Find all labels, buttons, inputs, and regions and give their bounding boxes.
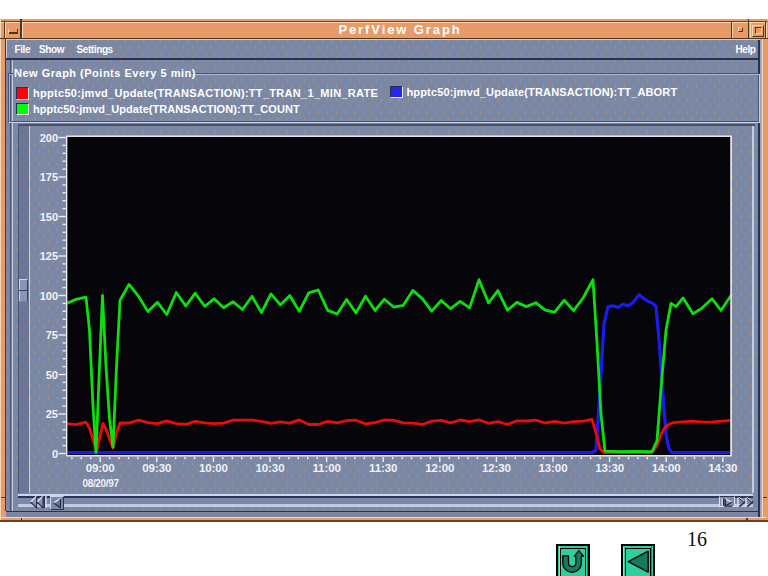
svg-text:100: 100 bbox=[40, 290, 58, 302]
svg-text:25: 25 bbox=[46, 408, 58, 420]
svg-text:11:30: 11:30 bbox=[369, 462, 397, 474]
svg-text:11:00: 11:00 bbox=[312, 462, 340, 474]
svg-text:09:30: 09:30 bbox=[142, 462, 171, 474]
svg-text:150: 150 bbox=[40, 211, 58, 223]
svg-text:12:00: 12:00 bbox=[425, 462, 454, 474]
svg-text:75: 75 bbox=[46, 329, 58, 341]
svg-text:12:30: 12:30 bbox=[482, 462, 511, 474]
svg-text:09:00: 09:00 bbox=[86, 462, 115, 474]
svg-text:200: 200 bbox=[40, 132, 58, 144]
svg-text:13:30: 13:30 bbox=[595, 462, 624, 474]
svg-text:14:00: 14:00 bbox=[652, 462, 681, 474]
svg-text:0: 0 bbox=[52, 448, 58, 460]
svg-text:10:30: 10:30 bbox=[256, 462, 285, 474]
svg-text:08/20/97: 08/20/97 bbox=[83, 478, 120, 489]
svg-text:14:30: 14:30 bbox=[708, 462, 737, 474]
svg-text:13:00: 13:00 bbox=[539, 462, 568, 474]
svg-text:125: 125 bbox=[40, 250, 58, 262]
svg-text:10:00: 10:00 bbox=[199, 462, 228, 474]
svg-text:50: 50 bbox=[46, 369, 58, 381]
svg-text:175: 175 bbox=[40, 171, 58, 183]
